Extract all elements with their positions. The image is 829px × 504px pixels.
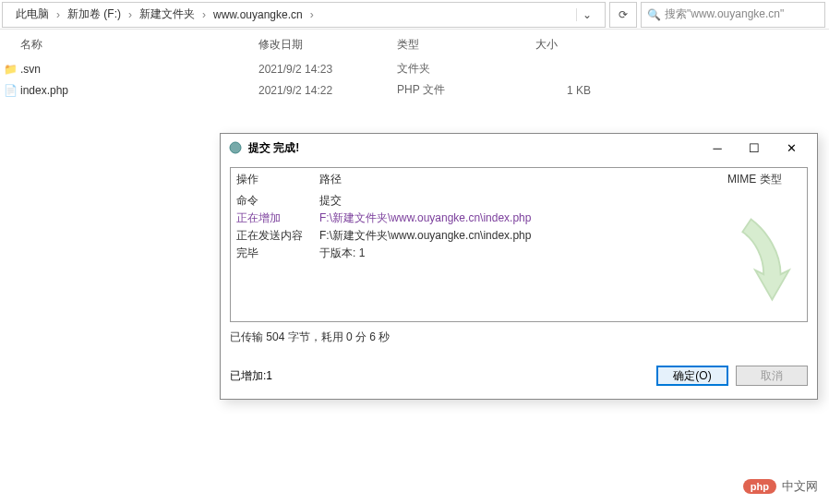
log-path: F:\新建文件夹\www.ouyangke.cn\index.php [319, 228, 801, 244]
log-path: 于版本: 1 [319, 246, 801, 261]
refresh-button[interactable]: ⟳ [609, 2, 637, 28]
svg-point-0 [230, 142, 241, 153]
file-date: 2021/9/2 14:23 [258, 63, 397, 76]
file-size: 1 KB [535, 84, 628, 97]
dialog-titlebar[interactable]: 提交 完成! ─ ☐ ✕ [221, 134, 817, 162]
log-path: F:\新建文件夹\www.ouyangke.cn\index.php [319, 210, 801, 226]
ok-button[interactable]: 确定(O) [656, 366, 728, 386]
file-list: 名称 修改日期 类型 大小 📁 .svn 2021/9/2 14:23 文件夹 … [0, 30, 829, 101]
col-name[interactable]: 名称 [0, 37, 258, 53]
log-row[interactable]: 完毕 于版本: 1 [231, 245, 807, 262]
column-headers: 名称 修改日期 类型 大小 [0, 30, 829, 58]
file-name: index.php [20, 84, 258, 97]
search-icon: 🔍 [647, 8, 661, 21]
log-row[interactable]: 命令 提交 [231, 192, 807, 210]
log-op: 正在增加 [236, 210, 319, 226]
log-row[interactable]: 正在增加 F:\新建文件夹\www.ouyangke.cn\index.php [231, 210, 807, 227]
bc-pc[interactable]: 此电脑 [10, 6, 54, 22]
file-type: PHP 文件 [397, 82, 535, 98]
log-row[interactable]: 正在发送内容 F:\新建文件夹\www.ouyangke.cn\index.ph… [231, 227, 807, 245]
chevron-right-icon: › [126, 8, 134, 21]
minimize-button[interactable]: ─ [699, 135, 736, 161]
log-op: 完毕 [236, 246, 319, 261]
log-op: 命令 [236, 193, 319, 209]
search-placeholder: 搜索"www.ouyangke.cn" [665, 6, 784, 22]
log-col-op[interactable]: 操作 [236, 172, 319, 187]
cancel-button: 取消 [736, 366, 808, 386]
log-list[interactable]: 操作 路径 MIME 类型 命令 提交 正在增加 F:\新建文件夹\www.ou… [230, 167, 808, 322]
file-row[interactable]: 📁 .svn 2021/9/2 14:23 文件夹 [0, 58, 829, 79]
refresh-icon: ⟳ [619, 8, 628, 21]
chevron-right-icon: › [308, 8, 316, 21]
col-size[interactable]: 大小 [535, 37, 628, 53]
file-date: 2021/9/2 14:22 [258, 84, 397, 97]
search-input[interactable]: 🔍 搜索"www.ouyangke.cn" [641, 2, 825, 28]
tortoise-icon [228, 140, 243, 155]
php-badge-icon: php [743, 479, 776, 494]
watermark-text: 中文网 [782, 478, 818, 495]
file-row[interactable]: 📄 index.php 2021/9/2 14:22 PHP 文件 1 KB [0, 79, 829, 101]
chevron-right-icon: › [200, 8, 208, 21]
folder-icon: 📁 [0, 63, 20, 76]
transfer-stats: 已传输 504 字节，耗用 0 分 6 秒 [230, 330, 808, 345]
maximize-button[interactable]: ☐ [736, 135, 773, 161]
address-bar[interactable]: 此电脑 › 新加卷 (F:) › 新建文件夹 › www.ouyangke.cn… [2, 2, 606, 28]
close-button[interactable]: ✕ [773, 135, 810, 161]
file-type: 文件夹 [397, 61, 535, 77]
commit-dialog: 提交 完成! ─ ☐ ✕ 操作 路径 MIME 类型 命令 提交 正在增加 F:… [220, 133, 818, 400]
log-header: 操作 路径 MIME 类型 [231, 168, 807, 192]
log-op: 正在发送内容 [236, 228, 319, 244]
file-icon: 📄 [0, 84, 20, 97]
bc-drive[interactable]: 新加卷 (F:) [62, 6, 126, 22]
bc-current[interactable]: www.ouyangke.cn [208, 8, 308, 21]
address-dropdown[interactable]: ⌄ [576, 8, 597, 21]
added-count: 已增加:1 [230, 368, 649, 384]
watermark: php 中文网 [743, 478, 818, 495]
bc-folder[interactable]: 新建文件夹 [134, 6, 200, 22]
file-name: .svn [20, 63, 258, 76]
col-type[interactable]: 类型 [397, 37, 535, 53]
dialog-title: 提交 完成! [248, 140, 699, 156]
log-path: 提交 [319, 193, 801, 209]
chevron-right-icon: › [54, 8, 62, 21]
col-date[interactable]: 修改日期 [258, 37, 397, 53]
log-col-path[interactable]: 路径 [319, 172, 727, 187]
log-col-mime[interactable]: MIME 类型 [727, 172, 801, 187]
